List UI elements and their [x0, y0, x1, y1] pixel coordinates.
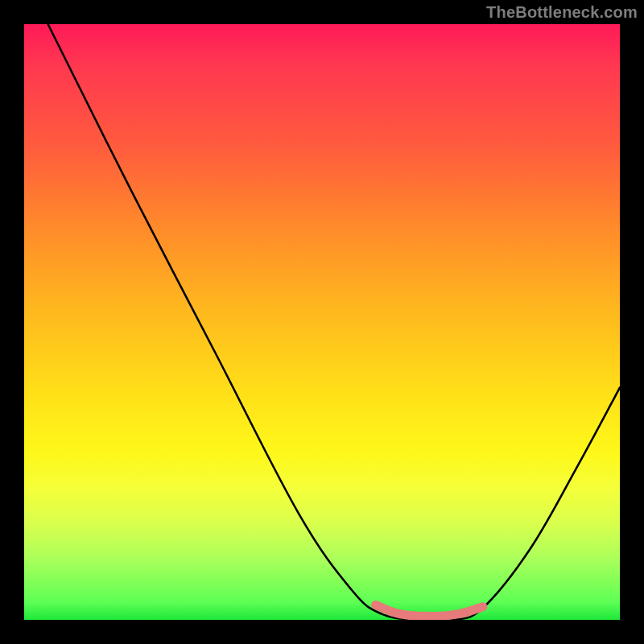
trough-highlight — [376, 605, 483, 617]
curve-layer — [24, 24, 620, 620]
watermark-text: TheBottleneck.com — [486, 3, 638, 22]
bottleneck-curve — [48, 24, 620, 620]
chart-stage: TheBottleneck.com — [0, 0, 644, 644]
plot-area — [24, 24, 620, 620]
